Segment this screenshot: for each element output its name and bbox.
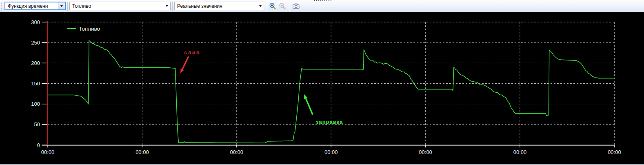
values-mode-combobox-value: Реальные значения xyxy=(175,3,257,9)
y-tick-label: 300 xyxy=(31,19,40,25)
x-tick-label: 00:00 xyxy=(513,149,527,155)
annotation-text: заправка xyxy=(316,119,343,125)
zoom-out-button[interactable] xyxy=(278,1,287,11)
magnifier-minus-icon xyxy=(279,2,286,10)
time-function-combobox-value: Функция времени xyxy=(5,3,58,9)
y-tick-label: 150 xyxy=(31,80,40,87)
chart-canvas[interactable]: 05010015020025030000:0000:0000:0000:0000… xyxy=(0,12,644,164)
toolbar-separator xyxy=(289,2,289,11)
splitter-dots-grip[interactable] xyxy=(314,0,332,1)
chart-legend: Топливо xyxy=(67,26,100,32)
x-tick-label: 00:00 xyxy=(41,149,55,155)
y-tick-label: 50 xyxy=(34,121,40,127)
time-function-combobox[interactable]: Функция времени xyxy=(4,2,66,10)
toolbar-grip[interactable] xyxy=(1,2,3,11)
camera-icon xyxy=(292,2,300,10)
x-tick-label: 00:00 xyxy=(230,149,244,155)
toolbar-separator xyxy=(266,2,266,11)
zoom-in-button[interactable] xyxy=(268,1,278,11)
fuel-chart-panel: 05010015020025030000:0000:0000:0000:0000… xyxy=(0,12,644,165)
x-tick-label: 00:00 xyxy=(135,149,149,155)
y-tick-label: 200 xyxy=(31,60,40,66)
chevron-down-icon[interactable] xyxy=(164,2,170,10)
legend-label: Топливо xyxy=(79,26,100,32)
toolbar: Функция времени Топливо Реальные значени… xyxy=(0,0,644,12)
y-tick-label: 100 xyxy=(31,101,40,107)
annotation-text: слив xyxy=(184,49,200,56)
chevron-down-icon[interactable] xyxy=(58,2,65,9)
chart-axes: 05010015020025030000:0000:0000:0000:0000… xyxy=(31,19,621,156)
toolbar-separator xyxy=(172,2,173,11)
annotation-drain: слив xyxy=(180,49,200,73)
chevron-down-icon[interactable] xyxy=(257,2,264,10)
values-mode-combobox[interactable]: Реальные значения xyxy=(174,2,264,10)
toolbar-separator xyxy=(67,2,68,11)
x-tick-label: 00:00 xyxy=(608,149,621,155)
y-tick-label: 0 xyxy=(37,142,40,148)
snapshot-button[interactable] xyxy=(291,1,301,11)
chart-grid xyxy=(48,22,614,145)
x-tick-label: 00:00 xyxy=(324,149,338,155)
magnifier-plus-icon xyxy=(269,2,276,10)
y-tick-label: 250 xyxy=(31,40,40,46)
parameter-combobox[interactable]: Топливо xyxy=(69,2,171,10)
annotation-refuel: заправка xyxy=(304,94,343,125)
x-tick-label: 00:00 xyxy=(419,149,432,155)
parameter-combobox-value: Топливо xyxy=(70,3,164,9)
